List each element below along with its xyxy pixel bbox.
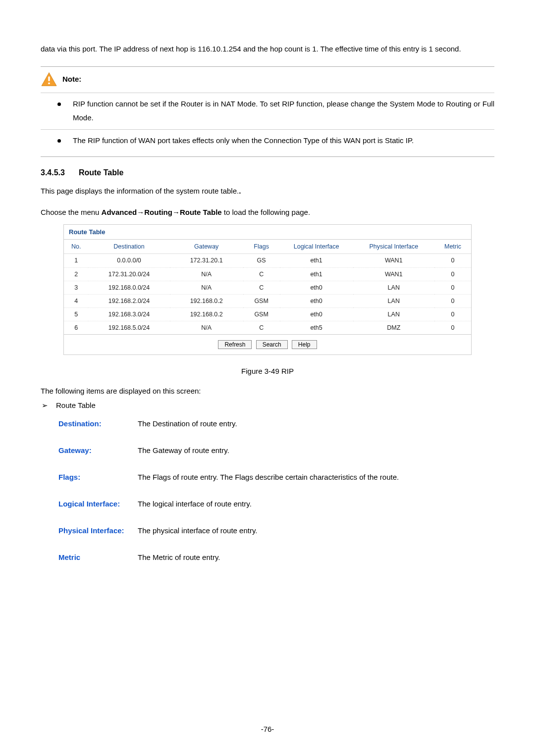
note-header: Note: (41, 67, 494, 90)
def-body: The Flags of route entry. The Flags desc… (138, 471, 494, 483)
table-row: 4192.168.2.0/24192.168.0.2GSMeth0LAN0 (64, 294, 471, 307)
table-cell: eth0 (280, 294, 353, 307)
search-button[interactable]: Search (256, 340, 288, 349)
table-cell: GSM (243, 294, 280, 307)
table-cell: N/A (170, 281, 243, 294)
table-cell: 192.168.5.0/24 (88, 321, 169, 335)
route-table-panel: Route Table No. Destination Gateway Flag… (63, 224, 472, 354)
def-term: Flags: (58, 471, 138, 483)
col-logical-interface: Logical Interface (280, 240, 353, 254)
table-cell: LAN (353, 281, 434, 294)
svg-rect-1 (48, 76, 50, 81)
def-body: The physical interface of route entry. (138, 525, 494, 537)
table-cell: 5 (64, 307, 88, 321)
table-cell: 0 (434, 267, 471, 281)
table-cell: 0 (434, 281, 471, 294)
def-term: Gateway: (58, 445, 138, 456)
table-cell: 172.31.20.1 (170, 254, 243, 267)
table-cell: 4 (64, 294, 88, 307)
note-label: Note: (62, 74, 81, 85)
table-row: 3192.168.0.0/24N/ACeth0LAN0 (64, 281, 471, 294)
route-table-bullet: ➢Route Table (41, 400, 494, 411)
route-table-buttons: Refresh Search Help (64, 334, 471, 354)
def-body: The Destination of route entry. (138, 418, 494, 430)
def-term: Logical Interface: (58, 498, 138, 510)
def-body: The Gateway of route entry. (138, 445, 494, 456)
help-button[interactable]: Help (292, 340, 317, 349)
table-cell: 3 (64, 281, 88, 294)
table-cell: 172.31.20.0/24 (88, 267, 169, 281)
table-cell: C (243, 281, 280, 294)
def-body: The logical interface of route entry. (138, 498, 494, 510)
table-cell: eth0 (280, 281, 353, 294)
note-item-text: RIP function cannot be set if the Router… (73, 97, 494, 125)
table-cell: LAN (353, 294, 434, 307)
note-item: The RIP function of WAN port takes effec… (41, 129, 494, 152)
route-table: No. Destination Gateway Flags Logical In… (64, 240, 471, 334)
note-item: RIP function cannot be set if the Router… (41, 93, 494, 129)
table-cell: 0 (434, 321, 471, 335)
warning-icon (41, 72, 57, 87)
bullet-icon (57, 139, 61, 143)
menu-suffix: to load the following page. (222, 208, 310, 216)
table-cell: eth0 (280, 307, 353, 321)
menu-path: Advanced→Routing→Route Table (102, 208, 222, 216)
def-body: The Metric of route entry. (138, 552, 494, 563)
menu-prefix: Choose the menu (41, 208, 102, 216)
table-cell: 1 (64, 254, 88, 267)
col-no: No. (64, 240, 88, 254)
def-destination: Destination: The Destination of route en… (58, 418, 494, 430)
table-cell: 6 (64, 321, 88, 335)
menu-path-line: Choose the menu Advanced→Routing→Route T… (41, 205, 494, 220)
section-title: Route Table (79, 168, 123, 177)
def-metric: Metric The Metric of route entry. (58, 552, 494, 563)
table-cell: 0 (434, 294, 471, 307)
def-term: Destination: (58, 418, 138, 430)
note-item-text: The RIP function of WAN port takes effec… (73, 134, 494, 148)
table-cell: 192.168.3.0/24 (88, 307, 169, 321)
table-cell: GSM (243, 307, 280, 321)
body-paragraph: This page displays the information of th… (41, 184, 494, 199)
def-term: Metric (58, 552, 138, 563)
table-cell: WAN1 (353, 267, 434, 281)
def-flags: Flags: The Flags of route entry. The Fla… (58, 471, 494, 483)
table-cell: eth5 (280, 321, 353, 335)
bullet-icon (57, 102, 61, 106)
table-row: 10.0.0.0/0172.31.20.1GSeth1WAN10 (64, 254, 471, 267)
table-cell: 0 (434, 307, 471, 321)
refresh-button[interactable]: Refresh (218, 340, 252, 349)
route-table-label: Route Table (56, 401, 96, 409)
table-cell: 2 (64, 267, 88, 281)
table-row: 6192.168.5.0/24N/ACeth5DMZ0 (64, 321, 471, 335)
def-gateway: Gateway: The Gateway of route entry. (58, 445, 494, 456)
section-number: 3.4.5.3 (41, 168, 65, 177)
table-cell: 0 (434, 254, 471, 267)
def-logical-interface: Logical Interface: The logical interface… (58, 498, 494, 510)
table-cell: LAN (353, 307, 434, 321)
figure-caption: Figure 3-49 RIP (41, 366, 494, 377)
table-row: 2172.31.20.0/24N/ACeth1WAN10 (64, 267, 471, 281)
col-physical-interface: Physical Interface (353, 240, 434, 254)
chevron-icon: ➢ (42, 401, 48, 409)
section-heading: 3.4.5.3Route Table (41, 167, 494, 178)
definition-list: Destination: The Destination of route en… (41, 418, 494, 563)
table-cell: DMZ (353, 321, 434, 335)
def-physical-interface: Physical Interface: The physical interfa… (58, 525, 494, 537)
table-cell: 192.168.0.2 (170, 294, 243, 307)
table-header-row: No. Destination Gateway Flags Logical In… (64, 240, 471, 254)
table-cell: WAN1 (353, 254, 434, 267)
table-cell: C (243, 267, 280, 281)
table-cell: N/A (170, 321, 243, 335)
table-cell: GS (243, 254, 280, 267)
table-row: 5192.168.3.0/24192.168.0.2GSMeth0LAN0 (64, 307, 471, 321)
table-cell: 192.168.2.0/24 (88, 294, 169, 307)
table-cell: 192.168.0.2 (170, 307, 243, 321)
col-flags: Flags (243, 240, 280, 254)
display-intro: The following items are displayed on thi… (41, 386, 494, 397)
intro-paragraph: data via this port. The IP address of ne… (41, 44, 494, 54)
col-destination: Destination (88, 240, 169, 254)
page-number: -76- (0, 725, 535, 733)
table-cell: C (243, 321, 280, 335)
table-cell: eth1 (280, 254, 353, 267)
table-cell: 192.168.0.0/24 (88, 281, 169, 294)
